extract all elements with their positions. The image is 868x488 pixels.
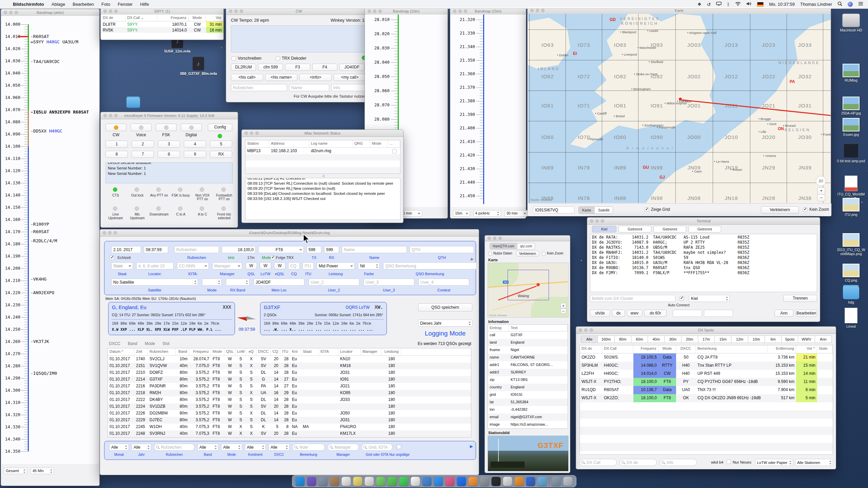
cw-macro-button[interactable]: DL2RUM xyxy=(231,64,256,71)
nutze-daten-checkbox[interactable] xyxy=(488,252,492,256)
band-tab[interactable]: 12m xyxy=(731,336,748,343)
form-field[interactable]: Name xyxy=(342,246,407,253)
band-tab[interactable]: 6m xyxy=(765,336,782,343)
column-header[interactable]: IOTA xyxy=(319,348,338,355)
desktop-icon-itu-png[interactable]: ITU.png xyxy=(837,198,865,217)
table-row[interactable] xyxy=(580,419,833,427)
dx-call-search[interactable]: DX Call xyxy=(579,459,617,466)
table-row[interactable]: lon-0,442382 xyxy=(488,406,568,413)
dock-icon-maps[interactable] xyxy=(376,477,386,486)
bandmap-spot[interactable]: -R60SAT xyxy=(31,229,49,234)
band-tab[interactable]: 60m xyxy=(631,336,648,343)
table-row[interactable]: 01.10.20172218RM2H80m3.575,2FT8WSXUA1629… xyxy=(108,390,471,396)
log-view-tab[interactable]: DXCC xyxy=(109,341,120,346)
bandmap-spot[interactable]: -IQ5QO/IM0 xyxy=(31,371,57,376)
menu-item[interactable]: Hilfe xyxy=(136,2,153,7)
window-titlebar[interactable]: S9YY. (1) xyxy=(101,8,223,15)
memory-button-4[interactable]: 4 xyxy=(184,141,206,148)
stepper-45-min[interactable]: 45 Min xyxy=(31,468,54,474)
minimap-zoom-in[interactable]: + xyxy=(560,303,566,308)
window-titlebar[interactable]: CW xyxy=(226,8,372,15)
column-header[interactable]: Band xyxy=(176,348,189,355)
column-header[interactable]: QRG xyxy=(353,140,370,147)
window-titlebar[interactable]: /Users/dl2rum/Desktop/RUMlog-New/dl2rum.… xyxy=(100,229,479,237)
form-field[interactable]: Nil xyxy=(358,262,380,269)
column-header[interactable]: Address xyxy=(269,140,309,147)
dock-icon-messages[interactable] xyxy=(388,477,397,486)
bluetooth-icon[interactable]: ᛒ xyxy=(727,2,730,7)
table-row[interactable]: 01.10.20172245W1OH40m7.075,3FT8WXSK58NAM… xyxy=(108,424,471,430)
cw-insert-button[interactable]: <his call> xyxy=(231,74,263,81)
column-header[interactable]: Datum ^ xyxy=(108,348,134,355)
echtzeit-checkbox[interactable] xyxy=(110,256,114,260)
column-header[interactable]: Mode xyxy=(370,140,388,147)
desktop-icon-itu-cq-worldmap-pdf[interactable]: ITU_CQ_WorldMap.pdf xyxy=(837,176,865,200)
column-header[interactable]: Station xyxy=(245,140,269,147)
traffic-lights[interactable] xyxy=(103,9,118,13)
column-header[interactable]: QSL xyxy=(224,348,235,355)
menu-item[interactable]: Ablage xyxy=(48,2,69,7)
column-header[interactable]: Vor xyxy=(206,15,223,21)
dock-icon-calculator[interactable] xyxy=(515,477,524,486)
map-3d-button[interactable]: 3D xyxy=(816,176,826,186)
band-tab[interactable]: 15m xyxy=(715,336,731,343)
column-header[interactable]: Locator xyxy=(338,348,361,355)
cluster-select[interactable]: Kiel xyxy=(689,295,730,302)
cw-insert-button[interactable]: <his name> xyxy=(265,74,297,81)
table-row[interactable]: RU1QDR60SAT10.136,7DataUA0TNX 73 !!!7.90… xyxy=(580,386,833,394)
form-field[interactable]: 18.100,0 xyxy=(222,246,256,253)
spotlight-icon[interactable] xyxy=(837,1,842,7)
memory-button-8[interactable]: 8 xyxy=(158,151,180,158)
cw-rufzeichen-field[interactable]: Rufzeichen xyxy=(231,84,287,91)
table-row[interactable]: 01.10.20172216PA3DNR80m3.575,2FT8WSSPA14… xyxy=(108,383,471,390)
dock-icon-contacts[interactable] xyxy=(330,477,339,486)
network-table[interactable]: StationAddressLog nameQRGMode...MBP13192… xyxy=(245,140,400,174)
column-header[interactable]: Leistung xyxy=(382,348,401,355)
form-field[interactable]: CQ xyxy=(288,262,300,269)
desktop-icon-macintosh-hd[interactable]: Macintosh HD xyxy=(837,14,865,32)
band-tab[interactable]: 10m xyxy=(748,336,765,343)
map-zoom-out-button[interactable]: − xyxy=(817,194,825,201)
column-header[interactable]: DX de xyxy=(580,345,602,353)
terminal-tab[interactable]: Getrennt xyxy=(653,226,686,232)
map-type-segmented[interactable]: Karte Satellit xyxy=(578,206,613,214)
select-gesamt[interactable]: Gesamt xyxy=(4,468,27,474)
column-header[interactable]: Mode xyxy=(658,345,676,353)
traffic-lights[interactable] xyxy=(244,131,259,135)
menu-item[interactable]: Bearbeiten xyxy=(69,2,98,7)
dock-icon-terminal-app[interactable] xyxy=(492,477,501,486)
cw-insert-button[interactable]: <my call> xyxy=(334,74,366,81)
menu-item[interactable]: Fenster xyxy=(114,2,136,7)
dock-icon-finder[interactable] xyxy=(296,477,305,486)
band-tab[interactable]: 80m xyxy=(615,336,631,343)
desktop-icon-250a-hp-jpg[interactable]: 250A-HP.jpg xyxy=(837,97,865,115)
menu-app-name[interactable]: Bildschirmfoto xyxy=(7,2,48,7)
dock-icon-reminders[interactable] xyxy=(365,477,374,486)
auto-connect-checkbox[interactable] xyxy=(679,296,684,301)
table-row[interactable]: 01.10.20172214G3TXF80m3.575,2FT8WSSG1427… xyxy=(108,376,471,383)
bearbeiten-button[interactable]: Bearbeiten xyxy=(795,310,817,317)
column-header[interactable]: DX Call ⌄ xyxy=(125,15,157,21)
table-row[interactable] xyxy=(580,435,833,443)
filter-invalid-checkbox[interactable] xyxy=(397,445,401,449)
cluster-param-field-1[interactable] xyxy=(673,310,702,317)
column-header[interactable]: LoW xyxy=(235,348,246,355)
bandmap-spot[interactable]: -AN92EXPO xyxy=(31,290,54,295)
cw-macro-button[interactable]: F3 xyxy=(285,64,310,71)
network-log[interactable]: 08:08:22 [MBP13] RL Checked in08:09:13 [… xyxy=(245,178,400,220)
traffic-lights[interactable] xyxy=(229,9,243,13)
table-row[interactable]: lat51,365384 xyxy=(488,399,568,406)
terminal-log[interactable]: DX de RA7A: 14031.2 TA4/UA9CDC AS-115 Lo… xyxy=(590,234,817,292)
map-shrink-button[interactable]: Verkleinern xyxy=(761,206,799,214)
table-row[interactable]: 01.10.20172222DK4BY80m3.575,2FT8WSSDL142… xyxy=(108,396,471,403)
airplay-display-icon[interactable] xyxy=(716,2,722,7)
dx-spots-table[interactable]: DX deDX CallFrequenzModeDXCCBemerkungEnt… xyxy=(579,345,833,455)
dx-spots-window[interactable]: DX Spots DX deDX CallFrequenzModeDXCCBem… xyxy=(576,326,836,469)
log-view-tab[interactable]: Band xyxy=(128,341,137,346)
tab-hamqth[interactable]: HamQTH.com xyxy=(490,243,517,249)
column-header[interactable]: Bemerkung xyxy=(696,345,768,353)
hamqth-mini-map[interactable]: M3 Woking + − Rechtl. Hinweise xyxy=(488,263,569,318)
column-header[interactable]: Zeit xyxy=(134,348,148,355)
filter-search-field[interactable]: Grid, IOTA xyxy=(361,444,393,451)
trx-dekoder-checkbox[interactable] xyxy=(276,56,280,61)
